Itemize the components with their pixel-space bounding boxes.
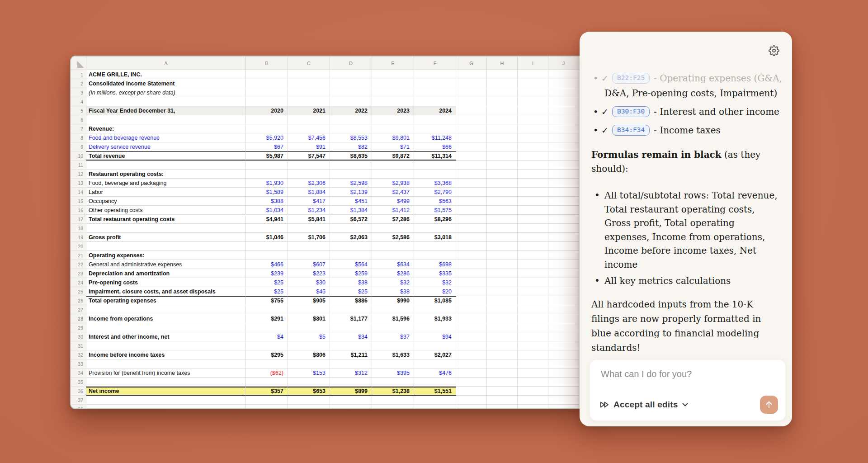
cell-A34[interactable]: Provision for (benefit from) income taxe… bbox=[86, 369, 246, 378]
cell-F36[interactable]: $1,551 bbox=[414, 387, 456, 396]
cell-J30[interactable] bbox=[548, 332, 579, 341]
cell-C12[interactable] bbox=[288, 170, 330, 179]
row-header-7[interactable]: 7 bbox=[71, 124, 86, 133]
cell-H37[interactable] bbox=[487, 396, 518, 405]
cell-G29[interactable] bbox=[456, 323, 487, 332]
row-header-28[interactable]: 28 bbox=[71, 314, 86, 323]
cell-E31[interactable] bbox=[372, 341, 414, 350]
cell-I26[interactable] bbox=[518, 296, 548, 305]
cell-F32[interactable]: $2,027 bbox=[414, 350, 456, 359]
cell-C24[interactable]: $30 bbox=[288, 278, 330, 287]
cell-D21[interactable] bbox=[330, 251, 372, 260]
cell-H38[interactable] bbox=[487, 405, 518, 409]
cell-E17[interactable]: $7,286 bbox=[372, 215, 414, 224]
cell-B3[interactable] bbox=[246, 88, 288, 97]
cell-F15[interactable]: $563 bbox=[414, 197, 456, 206]
cell-I17[interactable] bbox=[518, 215, 548, 224]
cell-E32[interactable]: $1,633 bbox=[372, 350, 414, 359]
cell-G9[interactable] bbox=[456, 142, 487, 151]
cell-I21[interactable] bbox=[518, 251, 548, 260]
cell-G20[interactable] bbox=[456, 242, 487, 251]
cell-H1[interactable] bbox=[487, 70, 518, 79]
cell-range-chip[interactable]: B30:F30 bbox=[612, 106, 650, 117]
cell-J13[interactable] bbox=[548, 179, 579, 188]
cell-J10[interactable] bbox=[548, 151, 579, 161]
cell-G32[interactable] bbox=[456, 350, 487, 359]
cell-J36[interactable] bbox=[548, 387, 579, 396]
cell-B26[interactable]: $755 bbox=[246, 296, 288, 305]
cell-H20[interactable] bbox=[487, 242, 518, 251]
cell-A32[interactable]: Income before income taxes bbox=[86, 350, 246, 359]
cell-G12[interactable] bbox=[456, 170, 487, 179]
cell-J5[interactable] bbox=[548, 106, 579, 115]
cell-H12[interactable] bbox=[487, 170, 518, 179]
cell-H7[interactable] bbox=[487, 124, 518, 133]
cell-E18[interactable] bbox=[372, 224, 414, 233]
row-header-33[interactable]: 33 bbox=[71, 359, 86, 369]
cell-D4[interactable] bbox=[330, 97, 372, 106]
cell-F35[interactable] bbox=[414, 378, 456, 387]
cell-B17[interactable]: $4,941 bbox=[246, 215, 288, 224]
row-header-24[interactable]: 24 bbox=[71, 278, 86, 287]
cell-A23[interactable]: Depreciation and amortization bbox=[86, 269, 246, 278]
cell-C36[interactable]: $653 bbox=[288, 387, 330, 396]
cell-C14[interactable]: $1,884 bbox=[288, 188, 330, 197]
cell-J6[interactable] bbox=[548, 115, 579, 124]
cell-A31[interactable] bbox=[86, 341, 246, 350]
cell-E24[interactable]: $32 bbox=[372, 278, 414, 287]
cell-G1[interactable] bbox=[456, 70, 487, 79]
cell-B14[interactable]: $1,589 bbox=[246, 188, 288, 197]
cell-C13[interactable]: $2,306 bbox=[288, 179, 330, 188]
cell-range-chip[interactable]: B34:F34 bbox=[612, 125, 650, 136]
cell-I30[interactable] bbox=[518, 332, 548, 341]
cell-D37[interactable] bbox=[330, 396, 372, 405]
cell-D32[interactable]: $1,211 bbox=[330, 350, 372, 359]
cell-J18[interactable] bbox=[548, 224, 579, 233]
row-header-5[interactable]: 5 bbox=[71, 106, 86, 115]
cell-C18[interactable] bbox=[288, 224, 330, 233]
cell-B22[interactable]: $466 bbox=[246, 260, 288, 269]
cell-A21[interactable]: Operating expenses: bbox=[86, 251, 246, 260]
cell-C38[interactable] bbox=[288, 405, 330, 409]
cell-H26[interactable] bbox=[487, 296, 518, 305]
cell-G22[interactable] bbox=[456, 260, 487, 269]
row-header-31[interactable]: 31 bbox=[71, 341, 86, 350]
cell-F22[interactable]: $698 bbox=[414, 260, 456, 269]
cell-H11[interactable] bbox=[487, 161, 518, 170]
cell-E2[interactable] bbox=[372, 79, 414, 88]
cell-F2[interactable] bbox=[414, 79, 456, 88]
cell-G3[interactable] bbox=[456, 88, 487, 97]
cell-H13[interactable] bbox=[487, 179, 518, 188]
cell-F16[interactable]: $1,575 bbox=[414, 206, 456, 215]
cell-G26[interactable] bbox=[456, 296, 487, 305]
row-header-14[interactable]: 14 bbox=[71, 188, 86, 197]
cell-F12[interactable] bbox=[414, 170, 456, 179]
cell-F24[interactable]: $32 bbox=[414, 278, 456, 287]
cell-H5[interactable] bbox=[487, 106, 518, 115]
cell-G36[interactable] bbox=[456, 387, 487, 396]
cell-A10[interactable]: Total revenue bbox=[86, 151, 246, 161]
cell-F13[interactable]: $3,368 bbox=[414, 179, 456, 188]
cell-J33[interactable] bbox=[548, 359, 579, 369]
cell-B33[interactable] bbox=[246, 359, 288, 369]
cell-F21[interactable] bbox=[414, 251, 456, 260]
cell-H32[interactable] bbox=[487, 350, 518, 359]
cell-A36[interactable]: Net income bbox=[86, 387, 246, 396]
row-header-37[interactable]: 37 bbox=[71, 396, 86, 405]
column-header-E[interactable]: E bbox=[372, 57, 414, 70]
cell-B20[interactable] bbox=[246, 242, 288, 251]
cell-B13[interactable]: $1,930 bbox=[246, 179, 288, 188]
cell-I27[interactable] bbox=[518, 305, 548, 314]
cell-E33[interactable] bbox=[372, 359, 414, 369]
cell-G31[interactable] bbox=[456, 341, 487, 350]
cell-B30[interactable]: $4 bbox=[246, 332, 288, 341]
cell-A6[interactable] bbox=[86, 115, 246, 124]
cell-A17[interactable]: Total restaurant operating costs bbox=[86, 215, 246, 224]
cell-B27[interactable] bbox=[246, 305, 288, 314]
cell-J21[interactable] bbox=[548, 251, 579, 260]
cell-A7[interactable]: Revenue: bbox=[86, 124, 246, 133]
cell-F11[interactable] bbox=[414, 161, 456, 170]
cell-D23[interactable]: $259 bbox=[330, 269, 372, 278]
cell-A2[interactable]: Consolidated Income Statement bbox=[86, 79, 246, 88]
cell-E38[interactable] bbox=[372, 405, 414, 409]
